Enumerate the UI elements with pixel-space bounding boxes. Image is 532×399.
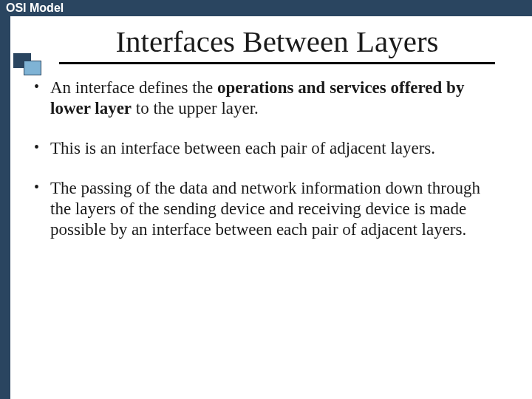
- bullet-text-pre: This is an interface between each pair o…: [50, 139, 435, 157]
- content-area: An interface defines the operations and …: [0, 64, 532, 240]
- bullet-text-post: to the upper layer.: [132, 99, 259, 117]
- list-item: An interface defines the operations and …: [30, 78, 502, 119]
- bullet-text-pre: The passing of the data and network info…: [50, 179, 480, 239]
- list-item: This is an interface between each pair o…: [30, 138, 502, 159]
- header-label: OSI Model: [6, 1, 64, 14]
- bullet-list: An interface defines the operations and …: [30, 78, 502, 240]
- header-bar: OSI Model: [0, 0, 532, 16]
- bullet-text-pre: An interface defines the: [50, 78, 217, 97]
- title-area: Interfaces Between Layers: [0, 16, 532, 64]
- list-item: The passing of the data and network info…: [30, 178, 502, 240]
- page-title: Interfaces Between Layers: [59, 24, 495, 64]
